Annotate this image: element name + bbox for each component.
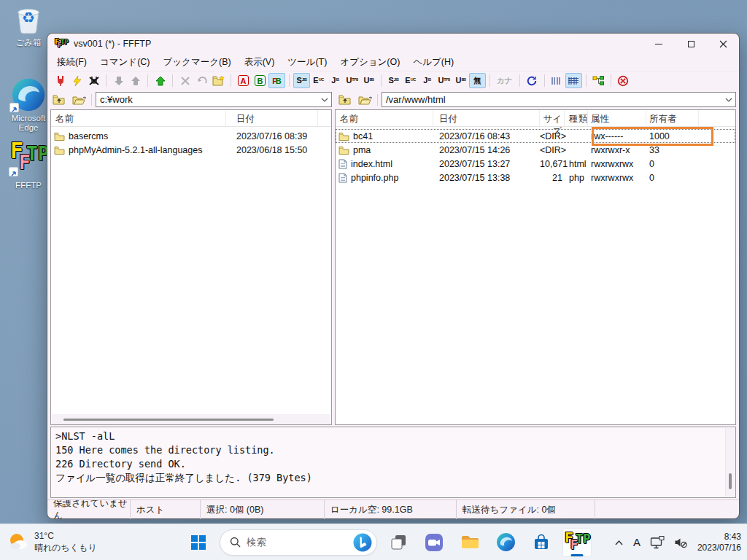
undo-button[interactable] xyxy=(193,73,210,88)
remote-column-attr[interactable]: 属性 xyxy=(588,110,646,126)
download-button[interactable] xyxy=(110,73,127,88)
host-code-sjis-button[interactable]: SJIS xyxy=(385,73,402,88)
volume-muted-icon[interactable] xyxy=(674,537,688,548)
weather-widget[interactable]: 31°C 晴れのちくもり xyxy=(7,530,97,553)
log-vertical-scrollbar[interactable] xyxy=(725,428,735,497)
title-bar[interactable]: F TP F vsv001 (*) - FFFTP xyxy=(47,34,739,54)
menu-view[interactable]: 表示(V) xyxy=(238,55,282,70)
menu-options[interactable]: オプション(O) xyxy=(333,55,406,70)
tray-expand-icon[interactable] xyxy=(614,539,624,546)
search-input[interactable] xyxy=(247,537,347,548)
upload-button[interactable] xyxy=(127,73,144,88)
remote-path-combobox[interactable] xyxy=(382,92,736,107)
remote-column-date[interactable]: 日付 xyxy=(433,110,540,126)
kana-convert-button[interactable]: カナ xyxy=(494,73,516,88)
local-horizontal-scrollbar[interactable] xyxy=(52,414,330,424)
local-path-combobox[interactable] xyxy=(96,92,332,107)
file-date: 2023/07/15 13:38 xyxy=(433,173,540,183)
binary-mode-button[interactable]: B xyxy=(252,73,268,88)
quick-connect-button[interactable] xyxy=(69,73,85,88)
menu-connect[interactable]: 接続(F) xyxy=(50,55,93,70)
remote-parent-folder-button[interactable] xyxy=(336,93,354,107)
auto-icon: P B xyxy=(272,77,281,85)
host-code-euc-button[interactable]: EUC xyxy=(402,73,419,88)
local-code-utf8-button[interactable]: UTF8 xyxy=(344,73,360,88)
remote-path-input[interactable] xyxy=(382,94,722,105)
local-path-bar xyxy=(50,92,332,107)
local-code-jis-button[interactable]: JIS xyxy=(327,73,344,88)
store-icon xyxy=(532,533,551,552)
local-change-folder-button[interactable] xyxy=(70,93,88,107)
file-explorer-button[interactable] xyxy=(455,528,484,557)
menu-bookmark[interactable]: ブックマーク(B) xyxy=(157,55,238,70)
mkdir-button[interactable] xyxy=(210,73,227,88)
remote-column-owner[interactable]: 所有者 xyxy=(646,110,699,126)
mirror-button[interactable] xyxy=(590,73,607,88)
file-icon xyxy=(338,159,347,169)
local-path-input[interactable] xyxy=(96,94,318,105)
taskbar-search[interactable] xyxy=(220,529,377,556)
desktop-icon-edge[interactable]: Microsoft Edge xyxy=(4,77,53,133)
scrollbar-thumb[interactable] xyxy=(63,419,274,421)
scrollbar-thumb[interactable] xyxy=(729,473,732,489)
list-view-icon xyxy=(551,76,562,86)
remote-change-folder-button[interactable] xyxy=(356,93,374,107)
abort-button[interactable] xyxy=(615,73,632,88)
menu-help[interactable]: ヘルプ(H) xyxy=(406,55,460,70)
local-parent-folder-button[interactable] xyxy=(50,93,68,107)
remote-column-name[interactable]: 名前 xyxy=(336,110,433,126)
host-code-utf8b-button[interactable]: U8B xyxy=(452,73,469,88)
file-date: 2023/07/15 13:27 xyxy=(433,159,540,169)
list-view-button[interactable] xyxy=(549,73,565,88)
kanji-none-button[interactable]: 無 xyxy=(469,73,486,88)
minimize-button[interactable] xyxy=(643,34,675,54)
local-code-sjis-button[interactable]: SJIS xyxy=(293,73,310,88)
desktop-icon-recycle-bin[interactable]: ♻ ごみ箱 xyxy=(4,3,53,47)
bing-icon[interactable] xyxy=(352,532,373,553)
remote-column-size[interactable]: サイズ xyxy=(540,110,565,126)
cancel-button[interactable] xyxy=(177,73,193,88)
ascii-icon: A xyxy=(238,75,249,86)
menu-command[interactable]: コマンド(C) xyxy=(93,55,157,70)
local-file-row[interactable]: phpMyAdmin-5.2.1-all-languages 2023/06/1… xyxy=(51,143,331,157)
kana-label: カナ xyxy=(495,76,515,86)
ime-mode-indicator[interactable]: A xyxy=(633,536,640,548)
detail-view-button[interactable] xyxy=(565,73,582,88)
store-button[interactable] xyxy=(527,528,556,557)
toolbar-separator xyxy=(231,74,231,87)
menu-tools[interactable]: ツール(T) xyxy=(281,55,333,70)
ffftp-taskbar-button[interactable]: F TP F xyxy=(562,528,592,557)
ascii-mode-button[interactable]: A xyxy=(235,73,252,88)
local-column-date[interactable]: 日付 xyxy=(226,110,318,126)
remote-file-row[interactable]: phpinfo.php 2023/07/15 13:38 21 php rwxr… xyxy=(336,171,735,184)
chevron-down-icon[interactable] xyxy=(722,98,735,102)
desktop-icon-ffftp[interactable]: F TP F FFFTP xyxy=(4,143,53,190)
local-code-euc-button[interactable]: EUC xyxy=(310,73,327,88)
clock[interactable]: 8:43 2023/07/16 xyxy=(697,532,741,553)
task-view-button[interactable] xyxy=(384,528,413,557)
auto-mode-button[interactable]: P B xyxy=(268,73,285,88)
edge-button[interactable] xyxy=(491,528,520,557)
disconnect-button[interactable] xyxy=(85,73,102,88)
log-line: ファイル一覧の取得は正常終了しました. (379 Bytes) xyxy=(55,471,724,485)
status-bar: 保護されていません ホスト 選択: 0個 (0B) ローカル空: 99.1GB … xyxy=(47,499,739,519)
remote-file-row[interactable]: index.html 2023/07/15 13:27 10,671 html … xyxy=(336,157,735,171)
weather-desc: 晴れのちくもり xyxy=(34,542,97,553)
host-code-jis-button[interactable]: JIS xyxy=(419,73,436,88)
shortcut-arrow-icon xyxy=(9,103,19,112)
chat-button[interactable] xyxy=(419,528,449,557)
parent-dir-button[interactable] xyxy=(152,73,169,88)
host-code-utf8-button[interactable]: UTF8 xyxy=(436,73,452,88)
remote-column-kind[interactable]: 種類 xyxy=(565,110,588,126)
close-button[interactable] xyxy=(707,34,739,54)
network-icon[interactable] xyxy=(650,536,665,549)
connect-button[interactable] xyxy=(52,73,69,88)
local-file-row[interactable]: basercms 2023/07/16 08:39 xyxy=(51,129,331,143)
refresh-button[interactable] xyxy=(524,73,541,88)
stop-icon xyxy=(617,75,629,87)
maximize-button[interactable] xyxy=(675,34,707,54)
local-code-utf8b-button[interactable]: U8B xyxy=(360,73,377,88)
local-column-name[interactable]: 名前 xyxy=(51,110,226,126)
chevron-down-icon[interactable] xyxy=(318,98,331,102)
start-button[interactable] xyxy=(184,528,213,557)
